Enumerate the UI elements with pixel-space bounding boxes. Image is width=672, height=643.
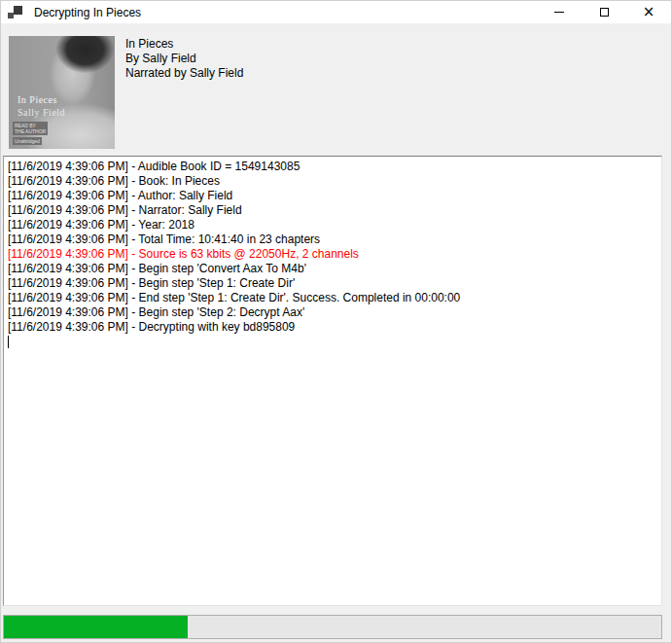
log-entry: [11/6/2019 4:39:06 PM] - Author: Sally F… <box>8 189 657 203</box>
log-entry: [11/6/2019 4:39:06 PM] - Total Time: 10:… <box>8 232 657 247</box>
window-title: Decrypting In Pieces <box>34 6 141 19</box>
progress-bar <box>3 615 662 639</box>
text-caret <box>8 336 9 348</box>
close-button[interactable]: × <box>626 1 671 23</box>
maximize-button[interactable] <box>582 1 626 23</box>
app-window: Decrypting In Pieces × In Pieces Sally F… <box>0 0 672 643</box>
log-entry: [11/6/2019 4:39:06 PM] - End step 'Step … <box>8 291 657 305</box>
app-icon <box>8 6 22 18</box>
log-entry: [11/6/2019 4:39:06 PM] - Decrypting with… <box>8 320 657 335</box>
book-info-title: In Pieces <box>125 37 243 52</box>
cover-edition-text: Unabridged <box>13 137 42 145</box>
log-entry: [11/6/2019 4:39:06 PM] - Source is 63 kb… <box>8 247 657 262</box>
cover-title-text: In Pieces <box>18 94 57 105</box>
caret-line <box>8 335 657 349</box>
close-icon: × <box>643 5 655 19</box>
minimize-icon <box>554 12 564 13</box>
minimize-button[interactable] <box>537 1 582 23</box>
title-bar[interactable]: Decrypting In Pieces × <box>1 1 671 23</box>
log-entry: [11/6/2019 4:39:06 PM] - Book: In Pieces <box>8 174 657 189</box>
cover-author-text: Sally Field <box>18 107 65 118</box>
log-entry: [11/6/2019 4:39:06 PM] - Begin step 'Ste… <box>8 276 657 291</box>
cover-readby-text: READ BY THE AUTHOR <box>13 122 48 135</box>
book-info-narrated: Narrated by Sally Field <box>125 66 243 81</box>
log-entry: [11/6/2019 4:39:06 PM] - Begin step 'Con… <box>8 262 657 276</box>
log-entry: [11/6/2019 4:39:06 PM] - Narrator: Sally… <box>8 203 657 218</box>
book-info-byline: By Sally Field <box>125 52 243 66</box>
progress-bar-fill <box>4 616 188 638</box>
log-entry: [11/6/2019 4:39:06 PM] - Begin step 'Ste… <box>8 305 657 320</box>
maximize-icon <box>600 8 609 17</box>
log-entry: [11/6/2019 4:39:06 PM] - Year: 2018 <box>8 218 657 232</box>
log-entry: [11/6/2019 4:39:06 PM] - Audible Book ID… <box>8 160 657 174</box>
book-cover-image: In Pieces Sally Field READ BY THE AUTHOR… <box>9 36 115 149</box>
app-icon-square-big <box>14 6 22 15</box>
log-lines: [11/6/2019 4:39:06 PM] - Audible Book ID… <box>8 160 657 335</box>
client-area: In Pieces Sally Field READ BY THE AUTHOR… <box>1 23 671 642</box>
book-info: In Pieces By Sally Field Narrated by Sal… <box>125 37 243 81</box>
log-textbox[interactable]: [11/6/2019 4:39:06 PM] - Audible Book ID… <box>3 156 662 606</box>
